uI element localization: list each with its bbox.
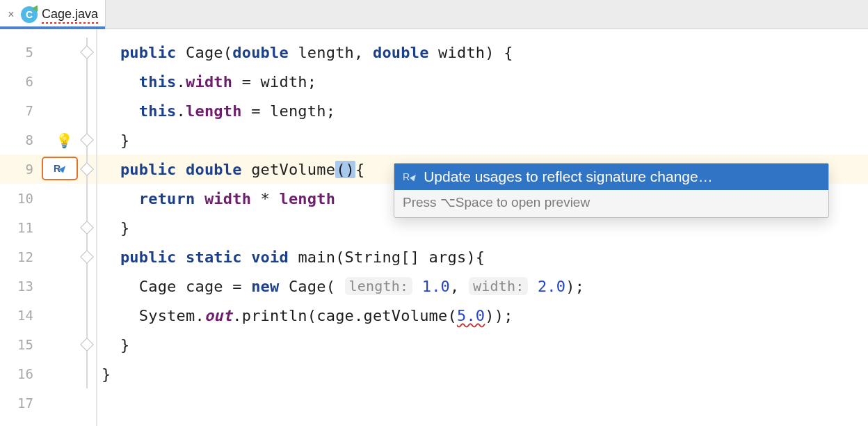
- fold-marker-icon[interactable]: [80, 250, 94, 264]
- line-number[interactable]: 17: [0, 388, 42, 418]
- code-line[interactable]: }: [97, 125, 868, 155]
- code-line[interactable]: System.out.println(cage.getVolume(5.0));: [97, 301, 868, 330]
- popup-action-label: Update usages to reflect signature chang…: [424, 168, 713, 185]
- line-number[interactable]: 7: [0, 96, 42, 125]
- refactor-icon: R: [403, 171, 417, 182]
- intention-popup: R Update usages to reflect signature cha…: [394, 163, 829, 218]
- line-number[interactable]: 16: [0, 359, 42, 388]
- pencil-icon: [410, 173, 418, 181]
- code-line[interactable]: this.width = width;: [97, 67, 868, 96]
- intention-bulb-icon[interactable]: 💡: [56, 132, 73, 149]
- fold-marker-icon[interactable]: [80, 45, 94, 59]
- line-number[interactable]: 13: [0, 271, 42, 301]
- error-underline: 5.0: [457, 307, 485, 324]
- param-hint: width:: [469, 277, 528, 295]
- editor-selection: (): [335, 161, 355, 178]
- close-tab-icon[interactable]: ×: [6, 8, 17, 21]
- fold-marker-icon[interactable]: [80, 338, 94, 352]
- code-line[interactable]: }: [97, 359, 868, 388]
- fold-marker-icon[interactable]: [80, 133, 94, 147]
- class-file-icon: C: [21, 6, 38, 23]
- line-number[interactable]: 8: [0, 125, 42, 155]
- code-area[interactable]: public Cage(double length, double width)…: [97, 29, 868, 426]
- line-number[interactable]: 9 R: [0, 155, 42, 184]
- fold-gutter: 💡: [42, 29, 97, 426]
- code-line[interactable]: [97, 388, 868, 418]
- line-number[interactable]: 12 ▶: [0, 242, 42, 271]
- line-number[interactable]: 14: [0, 301, 42, 330]
- line-number[interactable]: 6: [0, 67, 42, 96]
- tab-title: Cage.java: [42, 7, 98, 22]
- fold-marker-icon[interactable]: [80, 162, 94, 176]
- file-tab[interactable]: × C Cage.java: [0, 0, 106, 29]
- update-usages-action[interactable]: R Update usages to reflect signature cha…: [394, 164, 828, 190]
- code-line[interactable]: public Cage(double length, double width)…: [97, 38, 868, 67]
- popup-hint: Press ⌥Space to open preview: [394, 190, 828, 217]
- line-number[interactable]: 11: [0, 213, 42, 242]
- line-number-gutter: 5 6 7 8 9 R 10 11 12 ▶ 13 14 15 16 17: [0, 29, 42, 426]
- param-hint: length:: [345, 277, 413, 295]
- line-number[interactable]: 15: [0, 330, 42, 359]
- line-number[interactable]: 10: [0, 184, 42, 213]
- line-number[interactable]: 5: [0, 38, 42, 67]
- editor: 5 6 7 8 9 R 10 11 12 ▶ 13 14 15 16 17 💡: [0, 29, 868, 426]
- refactor-gutter-icon[interactable]: R: [42, 157, 78, 180]
- fold-marker-icon[interactable]: [80, 221, 94, 235]
- code-line[interactable]: }: [97, 330, 868, 359]
- code-line[interactable]: public static void main(String[] args){: [97, 242, 868, 271]
- tab-bar: × C Cage.java: [0, 0, 868, 29]
- code-line[interactable]: Cage cage = new Cage( length: 1.0, width…: [97, 271, 868, 301]
- code-line[interactable]: this.length = length;: [97, 96, 868, 125]
